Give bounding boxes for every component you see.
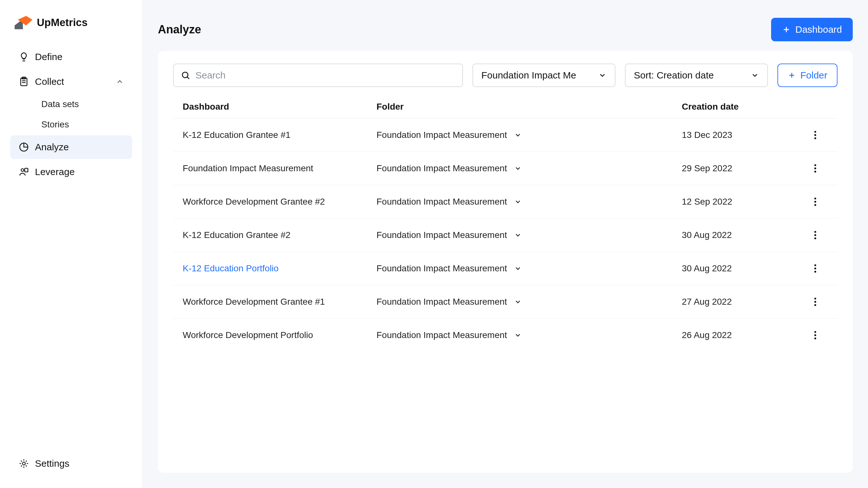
dashboard-name-link[interactable]: Foundation Impact Measurement: [183, 163, 370, 174]
row-more-button[interactable]: [809, 162, 822, 175]
folder-cell[interactable]: Foundation Impact Measurement: [376, 297, 676, 307]
dashboard-table: Dashboard Folder Creation date K-12 Educ…: [173, 95, 837, 352]
sort-select[interactable]: Sort: Creation date: [625, 64, 768, 87]
nav: Define Collect Data sets Stories: [10, 45, 132, 184]
svg-point-29: [814, 268, 816, 269]
sidebar-item-define[interactable]: Define: [10, 45, 132, 69]
more-vertical-icon: [814, 331, 817, 340]
created-date: 12 Sep 2022: [682, 197, 803, 207]
sidebar-item-settings[interactable]: Settings: [10, 452, 132, 475]
search-icon: [181, 70, 190, 80]
table-row: K-12 Education Grantee #1Foundation Impa…: [173, 118, 837, 152]
logo-text: UpMetrics: [37, 17, 88, 29]
folder-cell[interactable]: Foundation Impact Measurement: [376, 163, 676, 174]
sidebar-item-collect[interactable]: Collect: [10, 70, 132, 93]
filter-folder-select[interactable]: Foundation Impact Me: [472, 64, 615, 87]
dashboard-name-link[interactable]: K-12 Education Grantee #2: [183, 230, 370, 240]
row-more-button[interactable]: [809, 296, 822, 308]
more-vertical-icon: [814, 264, 817, 273]
new-dashboard-button[interactable]: Dashboard: [771, 18, 853, 41]
chevron-down-icon: [514, 231, 522, 239]
sidebar-item-label: Define: [35, 52, 63, 62]
svg-point-28: [814, 264, 816, 266]
chevron-down-icon: [514, 331, 522, 339]
svg-point-30: [814, 271, 816, 273]
folder-name: Foundation Impact Measurement: [376, 297, 507, 307]
dashboard-name-link[interactable]: K-12 Education Grantee #1: [183, 130, 370, 140]
search-input-wrap[interactable]: [173, 64, 463, 87]
chevron-down-icon: [598, 71, 607, 80]
gear-icon: [19, 458, 29, 469]
svg-line-13: [187, 77, 189, 79]
piechart-icon: [19, 142, 29, 152]
svg-point-18: [814, 137, 816, 139]
svg-point-23: [814, 201, 816, 203]
svg-rect-8: [25, 169, 28, 172]
folder-cell[interactable]: Foundation Impact Measurement: [376, 130, 676, 140]
created-date: 13 Dec 2023: [682, 130, 803, 140]
dashboard-name-link[interactable]: Workforce Development Portfolio: [183, 330, 370, 340]
row-more-button[interactable]: [809, 262, 822, 275]
sidebar-subitem-datasets[interactable]: Data sets: [10, 95, 132, 114]
chevron-down-icon: [514, 164, 522, 172]
logo[interactable]: UpMetrics: [10, 16, 132, 42]
table-row: Workforce Development PortfolioFoundatio…: [173, 318, 837, 352]
dashboard-name-link[interactable]: Workforce Development Grantee #2: [183, 197, 370, 207]
sidebar-subitem-label: Stories: [41, 119, 69, 129]
folder-cell[interactable]: Foundation Impact Measurement: [376, 264, 676, 274]
folder-name: Foundation Impact Measurement: [376, 197, 507, 207]
folder-cell[interactable]: Foundation Impact Measurement: [376, 197, 676, 207]
more-vertical-icon: [814, 130, 817, 140]
svg-point-20: [814, 167, 816, 169]
svg-point-25: [814, 231, 816, 233]
sidebar-subitem-stories[interactable]: Stories: [10, 115, 132, 134]
presentation-icon: [19, 166, 29, 177]
more-vertical-icon: [814, 164, 817, 173]
table-row: Workforce Development Grantee #2Foundati…: [173, 185, 837, 218]
created-date: 27 Aug 2022: [682, 297, 803, 307]
svg-point-22: [814, 197, 816, 200]
sidebar: UpMetrics Define Collect: [0, 0, 143, 488]
sidebar-item-label: Collect: [35, 76, 64, 87]
more-vertical-icon: [814, 231, 817, 240]
dashboard-name-link[interactable]: K-12 Education Portfolio: [183, 264, 370, 274]
select-label: Foundation Impact Me: [481, 70, 576, 81]
created-date: 30 Aug 2022: [682, 264, 803, 274]
more-vertical-icon: [814, 297, 817, 306]
table-row: K-12 Education Grantee #2Foundation Impa…: [173, 218, 837, 252]
folder-name: Foundation Impact Measurement: [376, 230, 507, 240]
sidebar-item-label: Analyze: [35, 142, 69, 152]
sidebar-item-analyze[interactable]: Analyze: [10, 135, 132, 159]
lightbulb-icon: [19, 52, 29, 62]
new-folder-button[interactable]: Folder: [777, 64, 837, 87]
row-more-button[interactable]: [809, 329, 822, 341]
chevron-up-icon: [116, 78, 124, 86]
col-folder: Folder: [376, 102, 676, 112]
logo-mark-icon: [14, 16, 32, 29]
svg-point-17: [814, 134, 816, 136]
folder-cell[interactable]: Foundation Impact Measurement: [376, 330, 676, 340]
svg-point-31: [814, 298, 816, 300]
row-more-button[interactable]: [809, 229, 822, 241]
svg-point-21: [814, 171, 816, 173]
sidebar-item-leverage[interactable]: Leverage: [10, 160, 132, 184]
folder-cell[interactable]: Foundation Impact Measurement: [376, 230, 676, 240]
svg-point-9: [22, 462, 25, 465]
select-label: Sort: Creation date: [634, 70, 714, 81]
folder-name: Foundation Impact Measurement: [376, 264, 507, 274]
settings-label: Settings: [35, 458, 69, 469]
row-more-button[interactable]: [809, 129, 822, 142]
button-label: Dashboard: [795, 24, 842, 35]
button-label: Folder: [800, 70, 827, 81]
sidebar-item-label: Leverage: [35, 166, 75, 177]
folder-name: Foundation Impact Measurement: [376, 330, 507, 340]
svg-point-16: [814, 131, 816, 133]
svg-point-19: [814, 164, 816, 166]
svg-point-24: [814, 204, 816, 206]
search-input[interactable]: [195, 70, 455, 81]
clipboard-icon: [19, 76, 29, 87]
table-row: Workforce Development Grantee #1Foundati…: [173, 285, 837, 318]
dashboard-name-link[interactable]: Workforce Development Grantee #1: [183, 297, 370, 307]
row-more-button[interactable]: [809, 195, 822, 208]
svg-point-27: [814, 237, 816, 239]
